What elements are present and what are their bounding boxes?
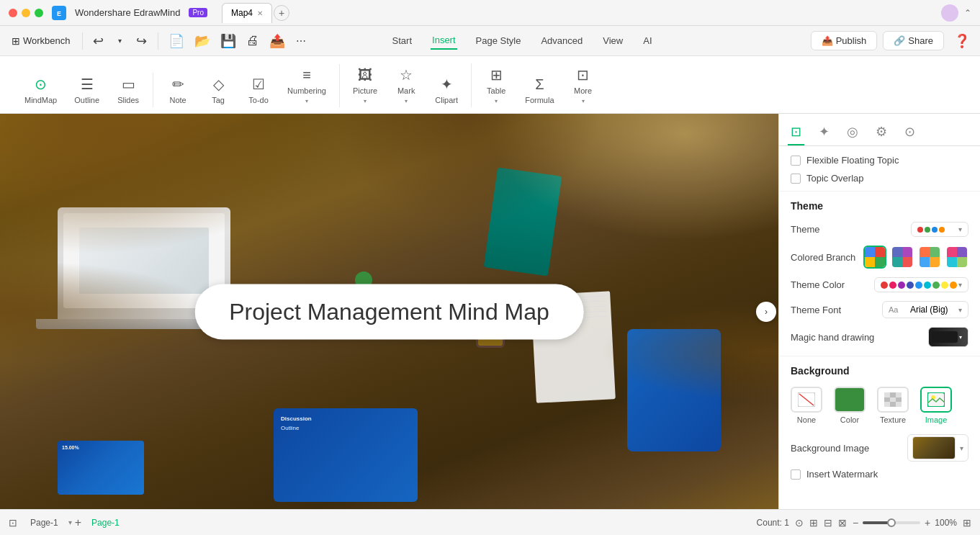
formula-button[interactable]: Σ Formula	[521, 73, 558, 107]
add-tab-button[interactable]: +	[274, 5, 289, 21]
undo-dropdown[interactable]: ▾	[110, 31, 130, 51]
picture-label: Picture	[353, 86, 377, 95]
panel-tab-time[interactable]: ⊙	[902, 120, 918, 145]
workbench-button[interactable]: ⊞ Workbench	[6, 32, 76, 50]
grid-icon[interactable]: ⊞	[809, 517, 818, 529]
map-tab[interactable]: Map4 ✕	[222, 3, 272, 23]
save-button[interactable]: 💾	[216, 31, 240, 51]
title-bar: E Wondershare EdrawMind Pro Map4 ✕ + ⌃	[0, 0, 980, 26]
print-button[interactable]: 🖨	[242, 31, 264, 51]
tab-start[interactable]: Start	[391, 32, 413, 49]
picture-button[interactable]: 🖼 Picture ▾	[349, 64, 382, 107]
theme-row: Theme ▾	[791, 222, 968, 237]
map-tab-label: Map4	[231, 8, 253, 18]
magic-hand-arrow-icon: ▾	[959, 334, 962, 341]
zoom-out-button[interactable]: −	[853, 517, 858, 529]
magic-hand-dropdown[interactable]: ▾	[928, 327, 968, 347]
bc3-bl	[920, 257, 930, 267]
bg-image-option[interactable]: Image	[920, 387, 952, 424]
formula-label: Formula	[525, 96, 554, 104]
tab-ai[interactable]: AI	[642, 32, 653, 49]
fit-icon[interactable]: ⊙	[795, 517, 804, 529]
page-tab-arrow-icon[interactable]: ▾	[68, 518, 72, 526]
floating-topic-checkbox[interactable]	[791, 156, 801, 166]
tab-page-style[interactable]: Page Style	[475, 32, 523, 49]
tag-button[interactable]: ◇ Tag	[202, 73, 234, 107]
bg-options: None Color	[791, 387, 968, 424]
undo-button[interactable]: ↩	[89, 31, 109, 51]
branch-option-2[interactable]	[891, 246, 914, 269]
publish-button[interactable]: 📤 Publish	[811, 31, 878, 50]
mark-button[interactable]: ☆ Mark ▾	[390, 63, 422, 107]
more-tools-button[interactable]: ⋯	[291, 31, 311, 51]
zoom-controls: − + 100%	[853, 517, 957, 529]
numbering-button[interactable]: ≡ Numbering ▾	[283, 64, 331, 107]
help-button[interactable]: ❓	[950, 31, 974, 51]
theme-color-dropdown[interactable]: ▾	[874, 277, 968, 292]
branch-option-4[interactable]	[945, 246, 968, 269]
collapse-button[interactable]: ⌃	[964, 8, 971, 18]
page-tab-dropdown-btn[interactable]: Page-1	[23, 516, 66, 529]
branch-option-1[interactable]	[863, 246, 886, 269]
layout-icon[interactable]: ⊡	[9, 517, 17, 529]
more-button[interactable]: ⊡ More ▾	[567, 63, 599, 107]
note-button[interactable]: ✏ Note	[162, 73, 194, 107]
menu-right: 📤 Publish 🔗 Share ❓	[811, 31, 974, 51]
zoom-in-button[interactable]: +	[925, 517, 930, 529]
minimize-button[interactable]	[22, 9, 30, 17]
expand-icon[interactable]: ⊞	[963, 517, 971, 529]
svg-rect-12	[890, 402, 896, 407]
svg-line-3	[799, 394, 814, 405]
view-icon[interactable]: ⊠	[838, 517, 847, 529]
bg-image-dropdown[interactable]: ▾	[907, 434, 968, 462]
zoom-slider-thumb[interactable]	[887, 518, 896, 527]
slides-button[interactable]: ▭ Slides	[112, 73, 144, 107]
todo-button[interactable]: ☑ To-do	[243, 73, 274, 107]
tab-close-icon[interactable]: ✕	[257, 9, 263, 17]
open-button[interactable]: 📂	[190, 31, 215, 51]
new-button[interactable]: 📄	[164, 31, 189, 51]
status-bar: ⊡ Page-1 ▾ + Page-1 Count: 1 ⊙ ⊞ ⊟ ⊠ − +…	[0, 509, 980, 535]
theme-dropdown[interactable]: ▾	[911, 222, 968, 237]
share-label: Share	[908, 35, 933, 46]
panel-tab-ai[interactable]: ✦	[816, 120, 832, 145]
redo-button[interactable]: ↪	[132, 31, 152, 51]
clipart-icon: ✦	[441, 76, 453, 93]
color-3	[898, 282, 905, 289]
topic-overlap-checkbox[interactable]	[791, 174, 801, 184]
panel-tab-settings[interactable]: ⚙	[873, 120, 890, 145]
bg-color-option[interactable]: Color	[834, 387, 866, 424]
add-page-button[interactable]: +	[75, 516, 81, 529]
panel-tab-style[interactable]: ⊡	[788, 120, 804, 145]
mindmap-button[interactable]: ⊙ MindMap	[20, 73, 61, 107]
panel-tab-search[interactable]: ◎	[844, 120, 861, 145]
theme-font-label: Theme Font	[791, 305, 841, 315]
close-button[interactable]	[9, 9, 17, 17]
background-section-title: Background	[791, 365, 968, 377]
user-avatar[interactable]	[941, 4, 958, 22]
mark-label: Mark	[397, 86, 415, 95]
share-button[interactable]: 🔗 Share	[883, 31, 944, 50]
clipart-button[interactable]: ✦ Clipart	[431, 73, 462, 107]
panel-toggle-button[interactable]: ›	[756, 302, 776, 322]
traffic-lights[interactable]	[9, 9, 43, 17]
maximize-button[interactable]	[35, 9, 43, 17]
fullscreen-icon[interactable]: ⊟	[824, 517, 832, 529]
table-button[interactable]: ⊞ Table ▾	[480, 63, 512, 107]
bg-none-option[interactable]: None	[791, 387, 822, 424]
active-page-tab[interactable]: Page-1	[84, 516, 127, 529]
tab-advanced[interactable]: Advanced	[539, 32, 584, 49]
zoom-slider[interactable]	[863, 521, 920, 524]
theme-font-dropdown[interactable]: Aa Arial (Big) ▾	[882, 301, 968, 318]
tab-view[interactable]: View	[601, 32, 624, 49]
watermark-checkbox[interactable]	[791, 469, 801, 480]
outline-button[interactable]: ☰ Outline	[70, 73, 104, 107]
bg-texture-option[interactable]: Texture	[877, 387, 909, 424]
color-6	[924, 282, 931, 289]
export-button[interactable]: 📤	[265, 31, 289, 51]
branch-option-3[interactable]	[918, 246, 941, 269]
insert-tools-group: ✏ Note ◇ Tag ☑ To-do ≡ Numbering ▾	[153, 64, 340, 107]
canvas-area[interactable]: 15.00% Discussion Outline	[0, 114, 778, 509]
bc3-br	[930, 257, 940, 267]
tab-insert[interactable]: Insert	[431, 32, 457, 50]
